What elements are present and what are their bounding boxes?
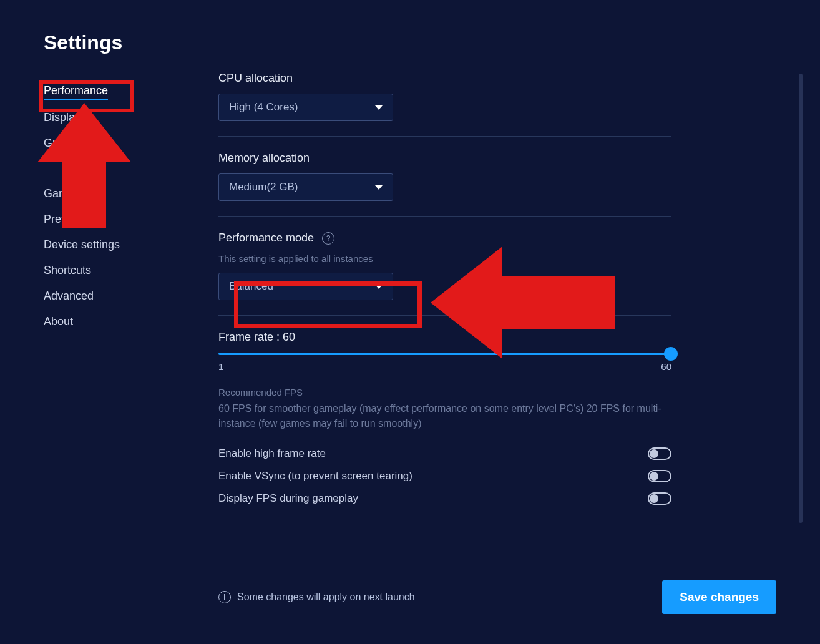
performance-mode-select[interactable]: Balanced [218, 273, 393, 300]
high-frame-rate-row: Enable high frame rate [218, 442, 671, 465]
performance-mode-value: Balanced [229, 280, 273, 293]
nav-item-graphics[interactable]: Graphics [44, 130, 218, 156]
frame-rate-slider[interactable]: 1 60 [218, 353, 671, 372]
recommended-fps-label: Recommended FPS [218, 387, 754, 398]
nav-item-gamepad[interactable]: Gamepad [44, 181, 218, 207]
recommended-fps-text: 60 FPS for smoother gameplay (may effect… [218, 401, 680, 431]
content: CPU allocation High (4 Cores) Memory all… [218, 72, 776, 563]
nav-item-preferences[interactable]: Preferences [44, 207, 218, 232]
nav-item-display[interactable]: Display [44, 105, 218, 130]
memory-allocation-select[interactable]: Medium(2 GB) [218, 173, 393, 201]
slider-max: 60 [661, 361, 671, 372]
chevron-down-icon [375, 185, 383, 190]
memory-allocation-value: Medium(2 GB) [229, 181, 298, 193]
high-frame-rate-toggle[interactable] [648, 447, 671, 460]
footer: i Some changes will apply on next launch… [218, 563, 776, 644]
page-title: Settings [44, 31, 218, 54]
performance-mode-label-text: Performance mode [218, 232, 314, 244]
info-icon: i [218, 591, 231, 603]
divider [218, 216, 671, 217]
sidebar: Settings Performance Display Graphics Ga… [44, 31, 218, 644]
cpu-allocation-value: High (4 Cores) [229, 101, 298, 114]
nav-item-performance[interactable]: Performance [44, 78, 108, 100]
vsync-label: Enable VSync (to prevent screen tearing) [218, 470, 412, 482]
nav-item-shortcuts[interactable]: Shortcuts [44, 258, 218, 283]
vsync-toggle[interactable] [648, 470, 671, 482]
nav-list: Performance Display Graphics Gamepad Pre… [44, 78, 218, 334]
display-fps-toggle[interactable] [648, 492, 671, 505]
divider [218, 315, 671, 316]
display-fps-row: Display FPS during gameplay [218, 487, 671, 510]
display-fps-label: Display FPS during gameplay [218, 492, 358, 505]
nav-item-advanced[interactable]: Advanced [44, 283, 218, 309]
slider-min: 1 [218, 361, 223, 372]
nav-item-device-settings[interactable]: Device settings [44, 232, 218, 258]
slider-thumb[interactable] [664, 347, 678, 361]
chevron-down-icon [375, 105, 383, 110]
save-changes-button[interactable]: Save changes [662, 580, 776, 614]
help-icon[interactable]: ? [322, 232, 334, 245]
vsync-row: Enable VSync (to prevent screen tearing) [218, 465, 671, 487]
performance-mode-subtext: This setting is applied to all instances [218, 253, 754, 264]
frame-rate-label: Frame rate : 60 [218, 331, 754, 344]
chevron-down-icon [375, 285, 383, 289]
cpu-allocation-label: CPU allocation [218, 72, 754, 85]
nav-item-about[interactable]: About [44, 309, 218, 334]
high-frame-rate-label: Enable high frame rate [218, 447, 326, 460]
main-panel: CPU allocation High (4 Cores) Memory all… [218, 31, 820, 644]
scrollbar[interactable] [799, 74, 803, 523]
cpu-allocation-select[interactable]: High (4 Cores) [218, 94, 393, 121]
footer-note: i Some changes will apply on next launch [218, 591, 415, 603]
footer-note-text: Some changes will apply on next launch [237, 592, 415, 603]
performance-mode-label: Performance mode ? [218, 232, 754, 245]
memory-allocation-label: Memory allocation [218, 152, 754, 165]
divider [218, 136, 671, 137]
